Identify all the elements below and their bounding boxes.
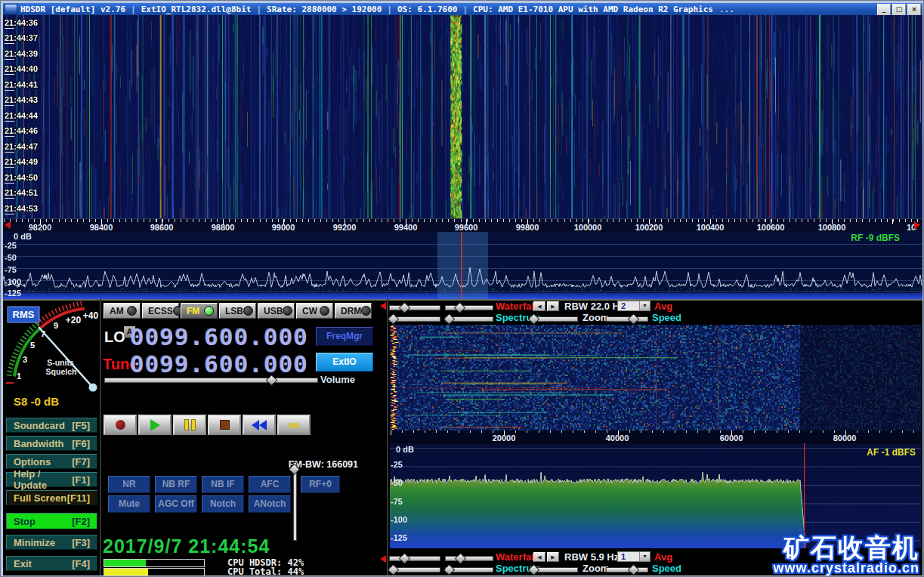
- minimize-app-button[interactable]: Minimize[F3]: [6, 535, 97, 550]
- rbw-decrease-button-2[interactable]: ◀: [533, 552, 545, 562]
- mode-am[interactable]: AM: [104, 303, 141, 319]
- speed-label[interactable]: Speed: [652, 312, 681, 323]
- waterfall-label[interactable]: Waterfall: [496, 301, 536, 312]
- af-waterfall-display[interactable]: [390, 325, 921, 430]
- title-samplerate: SRate: 2880000 > 192000: [267, 5, 382, 14]
- slider-thumb[interactable]: [443, 313, 456, 326]
- spectrum-offset-slider[interactable]: [445, 313, 493, 323]
- rewind-button[interactable]: [243, 415, 276, 435]
- anotch-button[interactable]: ANotch: [249, 495, 291, 513]
- play-button[interactable]: [138, 415, 172, 435]
- full-screen-button[interactable]: Full Screen[F11]: [6, 490, 97, 505]
- afc-button[interactable]: AFC: [249, 476, 291, 493]
- slider-thumb[interactable]: [455, 553, 467, 565]
- slider-thumb[interactable]: [399, 553, 411, 565]
- slider-thumb[interactable]: [443, 564, 456, 575]
- close-button[interactable]: ×: [907, 4, 921, 15]
- nb-rf-button[interactable]: NB RF: [155, 476, 197, 493]
- spectrum-scale-slider-2[interactable]: [389, 564, 440, 574]
- rbw-increase-button-2[interactable]: ▶: [547, 552, 559, 562]
- lo-frequency-value[interactable]: 0099.600.000: [130, 323, 308, 350]
- help-update-button[interactable]: Help / Update[F1]: [6, 472, 97, 487]
- agc-button[interactable]: AGC Off: [155, 495, 197, 513]
- speed-slider[interactable]: [606, 313, 648, 323]
- slider-thumb[interactable]: [265, 375, 277, 387]
- rbw-increase-button[interactable]: ▶: [547, 301, 559, 311]
- volume-label: Volume: [320, 374, 355, 385]
- chevron-down-icon[interactable]: ▼: [639, 552, 650, 561]
- nb-if-button[interactable]: NB IF: [202, 476, 244, 493]
- rbw-decrease-button[interactable]: ◀: [533, 301, 545, 311]
- rf-spectrum-display[interactable]: [3, 232, 922, 299]
- rf-waterfall-display[interactable]: [3, 15, 922, 218]
- maximize-button[interactable]: □: [892, 4, 906, 15]
- record-button[interactable]: [104, 415, 137, 435]
- exit-button[interactable]: Exit[F4]: [6, 556, 97, 571]
- chevron-down-icon[interactable]: ▼: [639, 301, 650, 310]
- mode-fm[interactable]: FM: [181, 303, 218, 319]
- pause-button[interactable]: [173, 415, 206, 435]
- af-frequency-scale[interactable]: 20000 40000 60000 80000: [390, 430, 921, 443]
- smeter-min-mark: [6, 382, 14, 384]
- volume-slider[interactable]: [104, 375, 318, 384]
- rf-gain-button[interactable]: RF+0: [301, 476, 340, 493]
- mode-ecss[interactable]: ECSS: [142, 303, 179, 319]
- s-meter[interactable]: 1 3 5 7 9 +20 +40 S-units Squelch RMS S8…: [3, 301, 99, 418]
- band-edge-arrow-left[interactable]: [380, 302, 386, 310]
- spectrum-offset-slider-2[interactable]: [445, 564, 493, 574]
- slider-thumb[interactable]: [628, 564, 640, 575]
- band-edge-arrow-left[interactable]: [5, 221, 11, 229]
- speed-label-2[interactable]: Speed: [652, 563, 681, 574]
- options-button[interactable]: Options[F7]: [6, 454, 97, 469]
- stop-button[interactable]: Stop[F2]: [6, 513, 97, 529]
- smeter-mode-label[interactable]: RMS: [13, 309, 35, 320]
- titlebar[interactable]: HDSDR [default] v2.76 | ExtIO_RTL2832.dl…: [3, 3, 922, 15]
- waterfall-contrast-slider-2[interactable]: [445, 553, 493, 563]
- slider-thumb[interactable]: [399, 302, 411, 314]
- freq-label: 100600: [757, 223, 785, 232]
- waterfall-contrast-slider[interactable]: [445, 302, 493, 312]
- band-edge-arrow-right[interactable]: [914, 221, 920, 229]
- mode-usb[interactable]: USB: [258, 303, 295, 319]
- zoom-dropdown-2[interactable]: 1▼: [617, 551, 651, 562]
- avg-label[interactable]: Avg: [654, 301, 672, 312]
- af-freq-label: 60000: [720, 434, 743, 443]
- loop-button[interactable]: ∞: [277, 415, 311, 435]
- slider-thumb[interactable]: [628, 313, 640, 326]
- play-icon: [150, 419, 160, 431]
- band-edge-arrow-left[interactable]: [380, 555, 386, 563]
- window-controls: _ □ ×: [877, 4, 921, 15]
- mode-lsb[interactable]: LSB: [219, 303, 256, 319]
- mode-label: AM: [110, 306, 124, 316]
- zoom-slider[interactable]: [533, 313, 578, 323]
- notch-button[interactable]: Notch: [202, 495, 244, 513]
- extio-button[interactable]: ExtIO: [316, 353, 373, 372]
- minimize-button[interactable]: _: [877, 4, 891, 15]
- zoom-slider-2[interactable]: [533, 564, 578, 574]
- speed-slider-2[interactable]: [606, 564, 648, 574]
- bandwidth-button[interactable]: Bandwidth[F6]: [6, 436, 97, 451]
- slider-thumb[interactable]: [388, 564, 400, 575]
- rf-frequency-scale[interactable]: 98200 98400 98600 98800 99000 99200 9940…: [3, 218, 922, 233]
- tune-frequency-value[interactable]: 0099.600.000: [130, 350, 308, 378]
- soundcard-button[interactable]: Soundcard[F5]: [6, 418, 97, 433]
- slider-track: [389, 556, 440, 561]
- slider-thumb[interactable]: [388, 313, 400, 326]
- watermark: 矿石收音机 www.crystalradio.cn: [774, 535, 919, 575]
- spectrum-scale-slider[interactable]: [389, 313, 440, 323]
- nr-button[interactable]: NR: [108, 476, 150, 493]
- stop-playback-button[interactable]: [208, 415, 241, 435]
- waterfall-label-2[interactable]: Waterfall: [496, 551, 536, 563]
- zoom-dropdown[interactable]: 2▼: [617, 301, 651, 311]
- waterfall-brightness-slider-2[interactable]: [389, 553, 440, 563]
- mute-button[interactable]: Mute: [108, 495, 150, 513]
- avg-label-2[interactable]: Avg: [654, 551, 672, 563]
- slider-thumb[interactable]: [454, 302, 466, 314]
- mode-label: DRM: [341, 306, 361, 316]
- button-key: [F2]: [72, 516, 90, 527]
- waterfall-brightness-slider[interactable]: [389, 302, 440, 312]
- mode-drm[interactable]: DRM: [335, 303, 372, 319]
- title-separator: |: [256, 5, 261, 14]
- mode-cw[interactable]: CW: [296, 303, 333, 319]
- freqmgr-button[interactable]: FreqMgr: [316, 327, 373, 346]
